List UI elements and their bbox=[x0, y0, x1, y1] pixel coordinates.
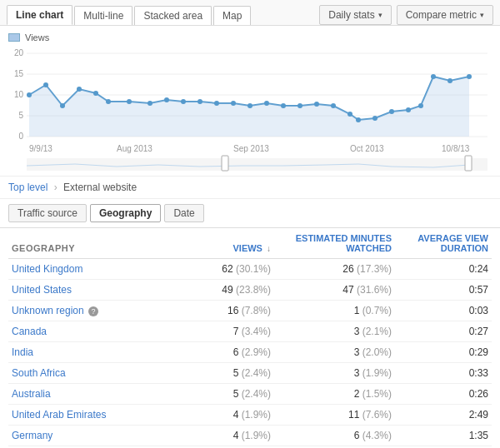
geography-link[interactable]: Canada bbox=[12, 326, 47, 337]
geography-link[interactable]: Germany bbox=[12, 430, 52, 441]
cell-duration: 0:29 bbox=[395, 342, 492, 363]
svg-point-42 bbox=[406, 107, 411, 112]
geography-link[interactable]: United Arab Emirates bbox=[12, 409, 106, 421]
svg-point-35 bbox=[298, 103, 302, 108]
svg-point-21 bbox=[60, 103, 65, 108]
svg-point-20 bbox=[43, 82, 48, 87]
breadcrumb-top-level[interactable]: Top level bbox=[8, 182, 48, 193]
cell-duration: 0:03 bbox=[395, 301, 492, 321]
tab-multi-line[interactable]: Multi-line bbox=[74, 6, 132, 25]
tab-map[interactable]: Map bbox=[213, 6, 251, 25]
cell-geography: United States bbox=[8, 280, 178, 301]
geography-link[interactable]: Australia bbox=[12, 388, 51, 400]
cell-geography: Unknown region ? bbox=[8, 301, 178, 321]
svg-point-27 bbox=[164, 97, 169, 102]
cell-minutes: 26 (17.3%) bbox=[274, 259, 395, 280]
cell-duration: 0:26 bbox=[395, 384, 492, 405]
svg-point-30 bbox=[214, 101, 219, 106]
cell-views: 49 (23.8%) bbox=[178, 280, 274, 301]
svg-text:0: 0 bbox=[18, 132, 23, 141]
svg-text:15: 15 bbox=[14, 69, 24, 78]
svg-point-40 bbox=[372, 116, 378, 121]
daily-stats-dropdown[interactable]: Daily stats ▾ bbox=[319, 5, 391, 25]
cell-duration: 2:49 bbox=[395, 405, 492, 426]
cell-views: 5 (2.4%) bbox=[178, 384, 274, 405]
cell-duration: 0:33 bbox=[395, 363, 492, 384]
cell-views: 4 (1.9%) bbox=[178, 426, 274, 446]
chart-area: Views 20 15 10 5 0 9/9/13 Aug 2013 Sep 2… bbox=[0, 26, 500, 177]
subtab-traffic-source[interactable]: Traffic source bbox=[8, 204, 87, 222]
tab-line-chart[interactable]: Line chart bbox=[7, 5, 72, 25]
svg-text:10/8/13: 10/8/13 bbox=[442, 144, 470, 153]
compare-metric-dropdown[interactable]: Compare metric ▾ bbox=[397, 5, 493, 25]
cell-geography: United Arab Emirates bbox=[8, 405, 178, 426]
svg-point-34 bbox=[281, 103, 286, 108]
geography-link[interactable]: Unknown region bbox=[12, 305, 84, 316]
breadcrumb-separator: › bbox=[54, 182, 58, 193]
cell-geography: United Kingdom bbox=[8, 259, 178, 280]
subtab-date[interactable]: Date bbox=[164, 204, 203, 222]
cell-minutes: 11 (7.6%) bbox=[274, 405, 395, 426]
cell-duration: 0:24 bbox=[395, 259, 492, 280]
legend-label: Views bbox=[25, 32, 49, 42]
svg-text:20: 20 bbox=[14, 48, 24, 57]
legend-color-box bbox=[8, 33, 20, 42]
col-header-geography[interactable]: GEOGRAPHY bbox=[8, 228, 178, 259]
svg-point-22 bbox=[77, 87, 82, 92]
svg-text:5: 5 bbox=[18, 111, 23, 120]
cell-geography: India bbox=[8, 342, 178, 363]
svg-text:Oct 2013: Oct 2013 bbox=[350, 144, 384, 153]
cell-duration: 0:27 bbox=[395, 321, 492, 342]
line-chart: 20 15 10 5 0 9/9/13 Aug 2013 Sep 2013 Oc… bbox=[8, 47, 492, 172]
sort-desc-icon: ↓ bbox=[267, 244, 271, 253]
cell-duration: 0:57 bbox=[395, 280, 492, 301]
svg-point-37 bbox=[331, 103, 336, 108]
geography-link[interactable]: India bbox=[12, 346, 33, 358]
col-header-views[interactable]: VIEWS ↓ bbox=[178, 228, 274, 259]
chart-svg: 20 15 10 5 0 9/9/13 Aug 2013 Sep 2013 Oc… bbox=[8, 47, 492, 172]
table-row: Australia 5 (2.4%) 2 (1.5%) 0:26 bbox=[8, 384, 492, 405]
svg-point-32 bbox=[248, 103, 252, 108]
svg-point-25 bbox=[127, 99, 132, 104]
svg-point-33 bbox=[264, 101, 269, 106]
svg-text:Sep 2013: Sep 2013 bbox=[233, 144, 269, 153]
subtab-geography[interactable]: Geography bbox=[90, 204, 161, 222]
svg-rect-17 bbox=[465, 156, 472, 171]
table-header-row: GEOGRAPHY VIEWS ↓ ESTIMATED MINUTES WATC… bbox=[8, 228, 492, 259]
geography-link[interactable]: United Kingdom bbox=[12, 263, 82, 275]
chart-tabs-bar: Line chart Multi-line Stacked area Map D… bbox=[0, 0, 500, 26]
svg-rect-16 bbox=[222, 156, 228, 171]
cell-minutes: 6 (4.3%) bbox=[274, 426, 395, 446]
breadcrumb-current: External website bbox=[63, 182, 137, 193]
svg-point-39 bbox=[356, 117, 361, 122]
help-icon[interactable]: ? bbox=[88, 306, 98, 316]
cell-views: 16 (7.8%) bbox=[178, 301, 274, 321]
tab-stacked-area[interactable]: Stacked area bbox=[134, 6, 212, 25]
svg-point-36 bbox=[314, 102, 319, 107]
chart-legend: Views bbox=[8, 32, 492, 42]
table-row: United States 49 (23.8%) 47 (31.6%) 0:57 bbox=[8, 280, 492, 301]
cell-geography: Canada bbox=[8, 321, 178, 342]
cell-views: 62 (30.1%) bbox=[178, 259, 274, 280]
geography-link[interactable]: United States bbox=[12, 284, 72, 296]
sub-tabs-bar: Traffic source Geography Date bbox=[0, 199, 500, 228]
svg-point-29 bbox=[198, 99, 202, 104]
col-header-minutes[interactable]: ESTIMATED MINUTES WATCHED bbox=[274, 228, 395, 259]
cell-minutes: 1 (0.7%) bbox=[274, 301, 395, 321]
chevron-down-icon: ▾ bbox=[480, 11, 484, 19]
svg-point-24 bbox=[106, 99, 111, 104]
table-row: United Kingdom 62 (30.1%) 26 (17.3%) 0:2… bbox=[8, 259, 492, 280]
svg-rect-15 bbox=[27, 158, 488, 171]
svg-point-23 bbox=[93, 91, 98, 96]
svg-point-45 bbox=[448, 78, 452, 83]
chevron-down-icon: ▾ bbox=[378, 11, 382, 19]
cell-minutes: 3 (2.1%) bbox=[274, 321, 395, 342]
svg-text:Aug 2013: Aug 2013 bbox=[117, 144, 152, 153]
table-row: South Africa 5 (2.4%) 3 (1.9%) 0:33 bbox=[8, 363, 492, 384]
cell-geography: Germany bbox=[8, 426, 178, 446]
data-table-wrapper: GEOGRAPHY VIEWS ↓ ESTIMATED MINUTES WATC… bbox=[0, 228, 500, 448]
geography-link[interactable]: South Africa bbox=[12, 367, 66, 379]
table-row: Unknown region ? 16 (7.8%) 1 (0.7%) 0:03 bbox=[8, 301, 492, 321]
col-header-duration[interactable]: AVERAGE VIEW DURATION bbox=[395, 228, 492, 259]
cell-views: 5 (2.4%) bbox=[178, 363, 274, 384]
